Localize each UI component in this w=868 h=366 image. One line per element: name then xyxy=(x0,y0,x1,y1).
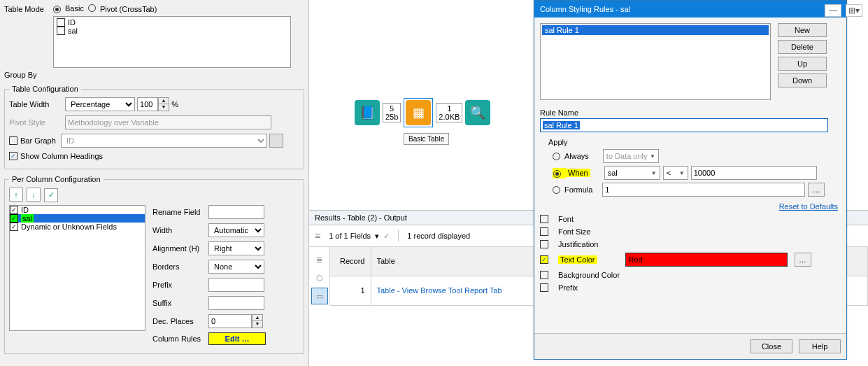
when-field-combo[interactable]: sal▼ xyxy=(604,166,660,180)
col-rules-label: Column Rules xyxy=(152,335,208,343)
delete-button[interactable]: Delete xyxy=(778,40,827,54)
basic-table-label: Basic Table xyxy=(404,133,449,145)
table-link[interactable]: Table - View Browse Tool Report Tab xyxy=(377,286,502,295)
width-spin-down[interactable]: ▼ xyxy=(159,104,169,111)
formula-input[interactable] xyxy=(602,183,805,197)
bgcolor-checkbox[interactable] xyxy=(540,271,548,279)
window-minimize-button[interactable]: — xyxy=(825,4,841,17)
radio-always[interactable] xyxy=(553,153,560,160)
rename-input[interactable] xyxy=(208,205,264,219)
bar-graph-checkbox[interactable] xyxy=(9,136,17,145)
table-width-value[interactable] xyxy=(137,97,158,111)
new-button[interactable]: New xyxy=(778,23,827,37)
width-combo[interactable]: Automatic xyxy=(208,223,264,237)
table-config-legend: Table Configuration xyxy=(9,85,81,93)
prefix-label: Prefix xyxy=(152,281,208,289)
rule-name-input[interactable]: sal Rule 1 xyxy=(540,118,828,132)
dec-spin-up[interactable]: ▲ xyxy=(252,315,262,321)
group-by-label: Group By xyxy=(4,71,53,79)
reset-defaults-link[interactable]: Reset to Defaults xyxy=(779,202,838,211)
align-combo[interactable]: Right xyxy=(208,241,264,255)
dec-input[interactable] xyxy=(208,314,252,328)
dec-spin-down[interactable]: ▼ xyxy=(252,321,262,328)
rule-item[interactable]: sal Rule 1 xyxy=(542,25,769,35)
window-settings-icon[interactable]: ⊞▾ xyxy=(846,4,862,17)
radio-basic[interactable]: Basic xyxy=(53,4,84,13)
fontsize-checkbox[interactable] xyxy=(540,227,548,236)
column-list[interactable]: ✓ID ✓sal ✓Dynamic or Unknown Fields xyxy=(9,205,145,331)
results-view-list[interactable]: ≣ xyxy=(311,251,328,268)
bar-graph-color-button[interactable] xyxy=(269,134,283,148)
col-move-up-button[interactable]: ↑ xyxy=(9,188,23,202)
width-cfg-label: Width xyxy=(152,226,208,234)
table-width-combo[interactable]: Percentage xyxy=(65,97,135,111)
down-button[interactable]: Down xyxy=(778,73,827,87)
rules-listbox[interactable]: sal Rule 1 xyxy=(540,23,771,100)
col-move-down-button[interactable]: ↓ xyxy=(27,188,41,202)
input-tool-node[interactable]: 📘 xyxy=(355,100,380,125)
browse-tool-node[interactable]: 🔍 xyxy=(465,100,490,125)
rule-name-label: Rule Name xyxy=(540,108,841,117)
results-records-text: 1 record displayed xyxy=(407,232,470,240)
per-column-legend: Per Column Configuration xyxy=(9,175,104,183)
width-spin-up[interactable]: ▲ xyxy=(159,98,169,104)
formula-more-button[interactable]: … xyxy=(808,183,825,197)
suffix-input[interactable] xyxy=(208,296,264,310)
results-menu-icon[interactable]: ≡ xyxy=(315,230,320,241)
borders-combo[interactable]: None xyxy=(208,260,264,274)
radio-formula[interactable] xyxy=(553,186,560,194)
rename-label: Rename Field xyxy=(152,208,208,216)
show-col-label: Show Column Headings xyxy=(20,152,103,160)
pivot-style-label: Pivot Style xyxy=(9,118,65,127)
always-scope-combo: to Data only▼ xyxy=(603,149,659,163)
textcolor-value[interactable]: Red xyxy=(625,253,788,267)
dec-label: Dec. Places xyxy=(152,317,208,325)
pivot-style-value xyxy=(65,115,271,129)
apply-label: Apply xyxy=(548,138,841,146)
bar-graph-label: Bar Graph xyxy=(20,136,61,145)
dialog-help-button[interactable]: Help xyxy=(799,339,841,353)
radio-pivot[interactable]: Pivot (CrossTab) xyxy=(88,4,157,13)
suffix-label: Suffix xyxy=(152,299,208,307)
justify-checkbox[interactable] xyxy=(540,240,548,248)
results-fields-text[interactable]: 1 of 1 Fields ▾ ✓ xyxy=(329,232,390,241)
dialog-close-button[interactable]: Close xyxy=(750,339,792,353)
up-button[interactable]: Up xyxy=(778,57,827,71)
dialog-title: Column Styling Rules - sal xyxy=(540,5,630,13)
radio-when[interactable] xyxy=(553,170,561,178)
prefix-input[interactable] xyxy=(208,278,264,292)
when-op-combo[interactable]: <▼ xyxy=(663,166,688,180)
col-record[interactable]: Record xyxy=(330,247,371,276)
table-tool-node[interactable]: ▦ xyxy=(406,100,431,125)
when-value-input[interactable] xyxy=(691,166,817,180)
textcolor-checkbox[interactable]: ✓ xyxy=(540,255,548,264)
col-check-button[interactable]: ✓ xyxy=(44,188,58,202)
show-col-checkbox[interactable]: ✓ xyxy=(9,152,17,160)
borders-label: Borders xyxy=(152,262,208,271)
bar-graph-combo[interactable]: ID xyxy=(61,134,267,148)
checkbox-sal[interactable] xyxy=(57,27,65,35)
checkbox-id[interactable] xyxy=(57,18,65,27)
table-width-label: Table Width xyxy=(9,100,65,108)
results-view-hex[interactable]: ⬡ xyxy=(311,269,328,286)
edit-column-rules-button[interactable]: Edit … xyxy=(208,332,266,345)
font-checkbox[interactable] xyxy=(540,215,548,223)
fields-listbox[interactable]: ID sal xyxy=(53,16,291,68)
prefix-checkbox[interactable] xyxy=(540,283,548,292)
textcolor-more-button[interactable]: … xyxy=(795,253,811,267)
results-view-detail[interactable]: ▭ xyxy=(311,288,328,304)
table-mode-label: Table Mode xyxy=(4,5,53,13)
align-label: Alignment (H) xyxy=(152,244,208,253)
column-styling-dialog: Column Styling Rules - sal ✕ sal Rule 1 … xyxy=(534,0,847,360)
